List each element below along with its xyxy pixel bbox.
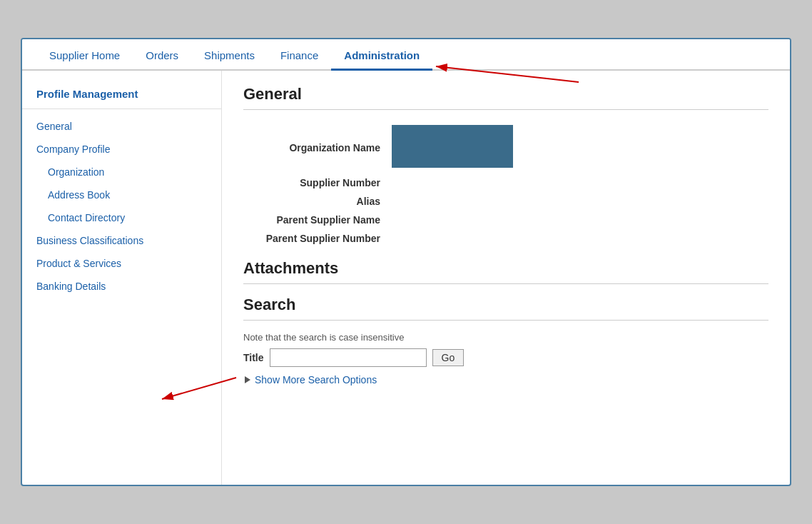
go-button[interactable]: Go — [432, 349, 465, 366]
search-section: Search Note that the search is case inse… — [243, 296, 768, 386]
attachments-section: Attachments — [243, 259, 768, 284]
sidebar-item-address-book[interactable]: Address Book — [22, 183, 221, 206]
table-row: Parent Supplier Number — [243, 229, 768, 248]
top-nav: Supplier Home Orders Shipments Finance A… — [22, 39, 790, 71]
nav-orders[interactable]: Orders — [133, 39, 191, 71]
sidebar-divider — [22, 109, 221, 109]
sidebar-item-company-profile[interactable]: Company Profile — [22, 138, 221, 161]
parent-number-value — [386, 229, 768, 248]
nav-finance[interactable]: Finance — [268, 39, 331, 71]
expand-icon — [245, 376, 250, 383]
nav-supplier-home[interactable]: Supplier Home — [36, 39, 133, 71]
org-name-box — [392, 125, 513, 168]
search-divider — [243, 320, 768, 321]
search-row: Title Go — [243, 348, 768, 367]
table-row: Organization Name — [243, 121, 768, 173]
sidebar-item-product-services[interactable]: Product & Services — [22, 252, 221, 275]
search-note: Note that the search is case insensitive — [243, 332, 768, 343]
org-name-value — [386, 121, 768, 173]
sidebar-item-general[interactable]: General — [22, 115, 221, 138]
attachments-title: Attachments — [243, 259, 768, 278]
main-window: Supplier Home Orders Shipments Finance A… — [21, 38, 791, 486]
general-divider — [243, 109, 768, 110]
nav-shipments[interactable]: Shipments — [191, 39, 268, 71]
title-label: Title — [243, 352, 264, 363]
table-row: Supplier Number — [243, 173, 768, 192]
general-section-title: General — [243, 85, 768, 104]
title-input[interactable] — [270, 348, 427, 367]
sidebar-item-business-classifications[interactable]: Business Classifications — [22, 229, 221, 252]
alias-label: Alias — [243, 192, 386, 211]
table-row: Alias — [243, 192, 768, 211]
sidebar: Profile Management General Company Profi… — [22, 71, 222, 485]
show-more-row: Show More Search Options — [243, 374, 768, 386]
sidebar-item-banking-details[interactable]: Banking Details — [22, 275, 221, 298]
search-title: Search — [243, 296, 768, 314]
alias-value — [386, 192, 768, 211]
main-content: General Organization Name Supplier Numbe… — [222, 71, 790, 485]
parent-name-label: Parent Supplier Name — [243, 211, 386, 229]
parent-name-value — [386, 211, 768, 229]
attachments-divider — [243, 283, 768, 284]
parent-number-label: Parent Supplier Number — [243, 229, 386, 248]
table-row: Parent Supplier Name — [243, 211, 768, 229]
org-name-label: Organization Name — [243, 121, 386, 173]
general-fields-table: Organization Name Supplier Number Alias … — [243, 121, 768, 248]
sidebar-item-organization[interactable]: Organization — [22, 161, 221, 183]
sidebar-item-contact-directory[interactable]: Contact Directory — [22, 206, 221, 229]
supplier-number-label: Supplier Number — [243, 173, 386, 192]
sidebar-title: Profile Management — [22, 82, 221, 109]
supplier-number-value — [386, 173, 768, 192]
nav-administration[interactable]: Administration — [331, 39, 432, 71]
show-more-search-link[interactable]: Show More Search Options — [255, 374, 377, 386]
content-area: Profile Management General Company Profi… — [22, 71, 790, 485]
